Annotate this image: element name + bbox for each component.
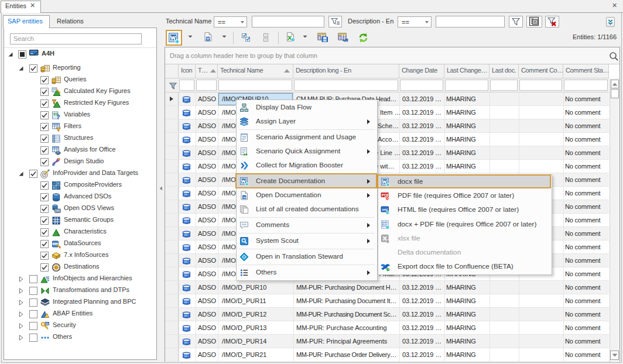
svg-text:?: ? (57, 114, 60, 120)
svg-text:w: w (243, 195, 246, 200)
svg-text:PDF: PDF (382, 193, 389, 197)
svg-text:xml: xml (382, 208, 388, 211)
